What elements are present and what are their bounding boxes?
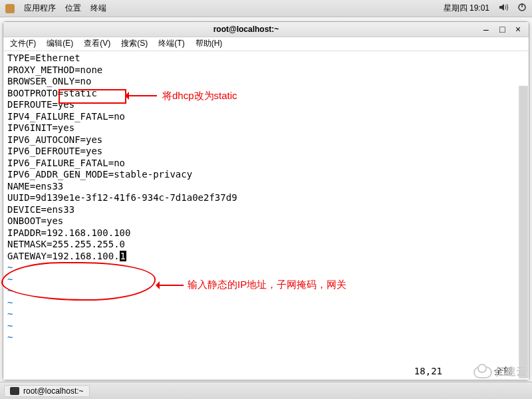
vim-tilde: ~ <box>7 309 13 319</box>
annotation-arrow-icon <box>157 285 184 286</box>
taskbar-app-terminal[interactable]: root@localhost:~ <box>4 385 90 397</box>
cfg-line: IPADDR=192.168.100.100 <box>7 227 130 238</box>
cfg-line: PROXY_METHOD=none <box>7 65 102 75</box>
vim-tilde: ~ <box>7 285 13 296</box>
menu-terminal[interactable]: 终端 <box>90 3 106 14</box>
window-titlebar[interactable]: root@localhost:~ – □ × <box>3 22 529 37</box>
vim-tilde: ~ <box>7 262 13 273</box>
cfg-line: UUID=9d139e1e-3f12-41f6-934c-7d1a0e2f37d… <box>7 192 237 203</box>
close-button[interactable]: × <box>515 25 523 33</box>
cfg-line: IPV6_AUTOCONF=yes <box>7 134 102 145</box>
annotation-arrow-icon <box>126 95 157 96</box>
cloud-icon <box>473 366 492 378</box>
vim-tilde: ~ <box>7 274 13 285</box>
scrollbar-thumb[interactable] <box>519 86 528 378</box>
menu-help[interactable]: 帮助(H) <box>196 38 223 49</box>
clock[interactable]: 星期四 19:01 <box>444 3 489 14</box>
menu-terminal[interactable]: 终端(T) <box>158 38 184 49</box>
cfg-line: BROWSER_ONLY=no <box>7 76 91 86</box>
annotation-text-ip: 输入静态的IP地址，子网掩码，网关 <box>188 279 346 291</box>
menu-file[interactable]: 文件(F) <box>10 38 36 49</box>
menu-edit[interactable]: 编辑(E) <box>47 38 73 49</box>
cfg-line: ONBOOT=yes <box>7 215 63 226</box>
terminal-menubar: 文件(F) 编辑(E) 查看(V) 搜索(S) 终端(T) 帮助(H) <box>3 37 529 51</box>
gnome-top-panel: 应用程序 位置 终端 星期四 19:01 <box>0 0 532 17</box>
power-icon[interactable] <box>517 3 527 14</box>
volume-icon[interactable] <box>499 3 508 14</box>
cfg-line: BOOTPROTO=static <box>7 88 97 98</box>
maximize-button[interactable]: □ <box>499 25 507 33</box>
cursor: 1 <box>120 251 126 261</box>
menu-view[interactable]: 查看(V) <box>84 38 110 49</box>
vim-cursor-position: 18,21 <box>414 366 442 378</box>
minimize-button[interactable]: – <box>483 25 491 33</box>
cfg-line: IPV6INIT=yes <box>7 122 74 133</box>
terminal-content[interactable]: TYPE=Ethernet PROXY_METHOD=none BROWSER_… <box>3 51 529 380</box>
terminal-icon <box>10 387 19 395</box>
menu-applications[interactable]: 应用程序 <box>24 3 56 14</box>
gnome-bottom-panel: root@localhost:~ <box>0 382 532 399</box>
cfg-line: NAME=ens33 <box>7 181 63 192</box>
vim-tilde: ~ <box>7 321 13 331</box>
cfg-line: NETMASK=255.255.255.0 <box>7 239 125 249</box>
cfg-line: DEFROUTE=yes <box>7 99 74 110</box>
cfg-line: GATEWAY=192.168.100.1 <box>7 251 126 261</box>
taskbar-app-label: root@localhost:~ <box>23 386 84 396</box>
cfg-line: IPV6_FAILURE_FATAL=no <box>7 158 125 168</box>
vim-tilde: ~ <box>7 332 13 342</box>
terminal-window: root@localhost:~ – □ × 文件(F) 编辑(E) 查看(V)… <box>3 21 529 380</box>
cfg-line: IPV6_ADDR_GEN_MODE=stable-privacy <box>7 169 192 180</box>
scrollbar[interactable] <box>519 86 528 378</box>
menu-places[interactable]: 位置 <box>65 3 81 14</box>
watermark: 亿速云 <box>473 365 527 379</box>
cfg-line: DEVICE=ens33 <box>7 204 74 215</box>
vim-tilde: ~ <box>7 297 13 308</box>
window-title: root@localhost:~ <box>9 25 483 34</box>
cfg-line: IPV6_DEFROUTE=yes <box>7 146 102 156</box>
cfg-line: TYPE=Ethernet <box>7 53 80 63</box>
cfg-line: IPV4_FAILURE_FATAL=no <box>7 111 125 122</box>
annotation-text-static: 将dhcp改为static <box>162 90 237 102</box>
distro-foot-icon <box>5 4 15 13</box>
menu-search[interactable]: 搜索(S) <box>121 38 148 49</box>
